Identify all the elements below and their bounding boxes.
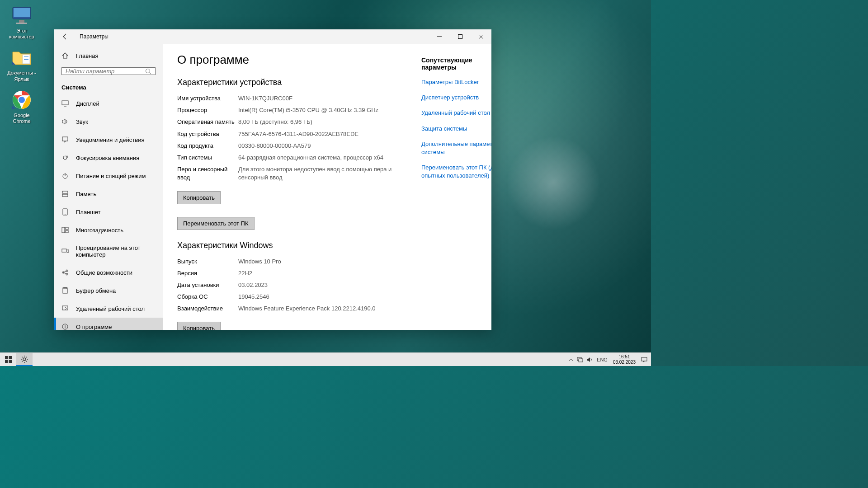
shared-icon [61, 269, 69, 276]
spec-label: Код устройства [177, 130, 238, 138]
sound-icon [61, 118, 69, 125]
spec-value: Windows 10 Pro [238, 258, 403, 266]
spec-label: Код продукта [177, 142, 238, 150]
rename-pc-button[interactable]: Переименовать этот ПК [177, 217, 255, 230]
home-icon [61, 52, 69, 59]
remote-icon [61, 305, 69, 312]
svg-point-38 [65, 325, 66, 326]
nav-item-label: Фокусировка внимания [76, 155, 139, 161]
display-icon [61, 100, 69, 107]
svg-rect-41 [9, 356, 12, 359]
folder-icon [11, 47, 33, 68]
spec-value: 755FAA7A-6576-4311-AD90-2022AEB78EDE [238, 130, 403, 138]
desktop-icon-label: Google Chrome [5, 113, 39, 124]
minimize-button[interactable] [429, 29, 450, 44]
svg-rect-19 [62, 137, 68, 141]
desktop-icon-label: Документы - Ярлык [5, 70, 39, 82]
spec-label: Тип системы [177, 154, 238, 162]
search-icon [145, 68, 151, 75]
about-icon [61, 323, 69, 330]
clock[interactable]: 16:51 03.02.2023 [611, 354, 637, 365]
nav-item-focus[interactable]: Фокусировка внимания [54, 149, 163, 167]
related-link[interactable]: Параметры BitLocker [421, 78, 491, 86]
nav-item-label: Уведомления и действия [76, 136, 145, 143]
nav-item-project[interactable]: Проецирование на этот компьютер [54, 239, 163, 263]
pc-icon [11, 5, 33, 26]
spec-value: Intel(R) Core(TM) i5-3570 CPU @ 3.40GHz … [238, 106, 403, 114]
nav-item-notifications[interactable]: Уведомления и действия [54, 131, 163, 149]
titlebar: Параметры [54, 29, 491, 44]
windows-heading: Характеристики Windows [177, 241, 403, 250]
clipboard-icon [61, 287, 69, 294]
nav-item-multitask[interactable]: Многозадачность [54, 221, 163, 239]
spec-label: Сборка ОС [177, 293, 238, 301]
volume-icon[interactable] [587, 357, 593, 362]
related-link[interactable]: Диспетчер устройств [421, 94, 491, 102]
svg-rect-29 [66, 230, 68, 233]
desktop-icons: Этот компьютер Документы - Ярлык Google … [5, 5, 39, 124]
nav-item-label: Питание и спящий режим [76, 173, 146, 179]
nav-item-power[interactable]: Питание и спящий режим [54, 167, 163, 185]
nav-item-display[interactable]: Дисплей [54, 94, 163, 113]
spec-label: Оперативная память [177, 118, 238, 126]
multitask-icon [61, 226, 69, 234]
nav-item-label: Дисплей [76, 100, 99, 107]
back-button[interactable] [54, 29, 76, 44]
spec-value: 64-разрядная операционная система, проце… [238, 154, 403, 162]
nav-item-shared[interactable]: Общие возможности [54, 263, 163, 282]
svg-rect-46 [579, 359, 583, 362]
search-input[interactable] [66, 68, 145, 75]
taskbar: ENG 16:51 03.02.2023 [0, 352, 651, 366]
home-link[interactable]: Главная [54, 47, 163, 64]
svg-point-15 [146, 69, 150, 73]
taskbar-settings-button[interactable] [16, 353, 33, 366]
chrome-icon [11, 89, 33, 111]
notifications-icon [61, 136, 69, 143]
spec-value: Для этого монитора недоступен ввод с пом… [238, 165, 403, 182]
desktop-icon-chrome[interactable]: Google Chrome [5, 89, 39, 124]
clock-time: 16:51 [613, 354, 636, 360]
svg-rect-12 [458, 35, 462, 39]
desktop-icon-this-pc[interactable]: Этот компьютер [5, 5, 39, 40]
window-body: Главная Система ДисплейЗвукУведомления и… [54, 44, 491, 330]
related-link[interactable]: Переименовать этот ПК (для опытных польз… [421, 164, 491, 180]
start-button[interactable] [0, 353, 16, 366]
focus-icon [61, 154, 69, 161]
spec-value: 19045.2546 [238, 293, 403, 301]
related-heading: Сопутствующие параметры [421, 56, 491, 71]
spec-label: Версия [177, 269, 238, 277]
search-box[interactable] [61, 67, 156, 75]
device-heading: Характеристики устройства [177, 78, 403, 87]
close-button[interactable] [471, 29, 491, 44]
taskbar-spacer [33, 353, 565, 366]
svg-rect-24 [62, 194, 68, 197]
svg-point-20 [63, 156, 67, 160]
nav-item-storage[interactable]: Память [54, 185, 163, 203]
sidebar: Главная Система ДисплейЗвукУведомления и… [54, 44, 163, 330]
nav-item-label: Многозадачность [76, 227, 123, 234]
nav-item-tablet[interactable]: Планшет [54, 203, 163, 221]
svg-rect-1 [14, 8, 30, 17]
action-center-icon[interactable] [641, 357, 647, 362]
svg-rect-3 [16, 23, 27, 24]
nav-item-remote[interactable]: Удаленный рабочий стол [54, 300, 163, 318]
copy-device-button[interactable]: Копировать [177, 191, 221, 204]
nav-item-label: Удаленный рабочий стол [76, 305, 145, 312]
nav-item-about[interactable]: О программе [54, 318, 163, 330]
network-icon[interactable] [577, 357, 583, 362]
svg-rect-5 [24, 56, 28, 57]
copy-windows-button[interactable]: Копировать [177, 322, 221, 330]
tray-chevron-up-icon[interactable] [569, 357, 573, 362]
desktop-icon-documents[interactable]: Документы - Ярлык [5, 47, 39, 82]
svg-rect-40 [5, 356, 8, 359]
nav-item-sound[interactable]: Звук [54, 113, 163, 131]
related-link[interactable]: Удаленный рабочий стол [421, 109, 491, 117]
spec-value: 03.02.2023 [238, 281, 403, 289]
related-link[interactable]: Защита системы [421, 125, 491, 133]
nav-item-label: Звук [76, 118, 88, 125]
language-indicator[interactable]: ENG [597, 357, 608, 362]
nav-item-clipboard[interactable]: Буфер обмена [54, 282, 163, 300]
maximize-button[interactable] [450, 29, 471, 44]
related-link[interactable]: Дополнительные параметры системы [421, 140, 491, 156]
spec-value: 22H2 [238, 269, 403, 277]
